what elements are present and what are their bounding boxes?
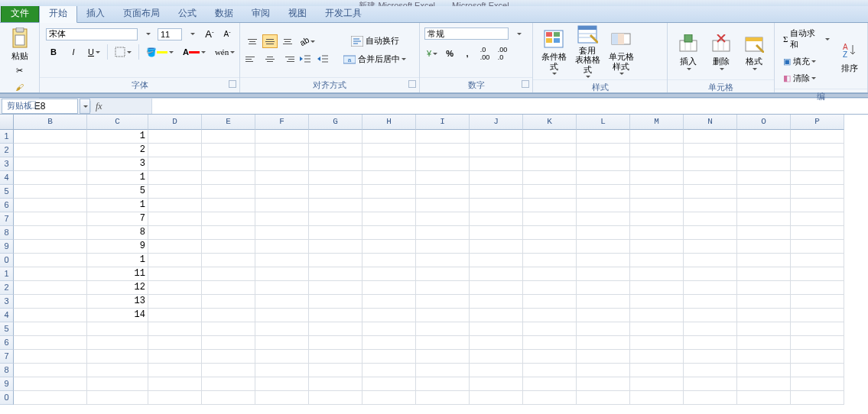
cell[interactable] bbox=[470, 309, 523, 322]
increase-indent-button[interactable] bbox=[315, 51, 330, 66]
row-header[interactable]: 3 bbox=[0, 157, 14, 171]
cell[interactable] bbox=[737, 377, 791, 391]
cell[interactable] bbox=[470, 212, 523, 226]
orientation-button[interactable]: ab bbox=[297, 34, 317, 49]
cell[interactable] bbox=[577, 185, 630, 199]
cell[interactable] bbox=[630, 157, 684, 171]
decrease-indent-button[interactable] bbox=[297, 51, 313, 66]
cell[interactable] bbox=[630, 226, 684, 240]
comma-style-button[interactable]: , bbox=[460, 46, 475, 61]
cell[interactable] bbox=[309, 157, 362, 171]
cell[interactable] bbox=[148, 350, 202, 364]
cell[interactable] bbox=[202, 391, 255, 405]
cell[interactable] bbox=[309, 171, 362, 185]
cell[interactable] bbox=[523, 171, 577, 185]
cell[interactable] bbox=[470, 377, 523, 391]
cell[interactable] bbox=[14, 336, 87, 350]
cell[interactable] bbox=[630, 336, 684, 350]
merge-center-button[interactable]: a 合并后居中 bbox=[338, 51, 411, 67]
cell[interactable] bbox=[202, 309, 255, 322]
cell[interactable] bbox=[309, 226, 362, 240]
tab-data[interactable]: 数据 bbox=[206, 5, 242, 22]
cell[interactable] bbox=[577, 281, 630, 295]
cell[interactable] bbox=[202, 157, 255, 171]
cell[interactable] bbox=[684, 295, 737, 309]
cell[interactable] bbox=[791, 254, 844, 267]
cell[interactable] bbox=[470, 254, 523, 267]
bold-button[interactable]: B bbox=[46, 44, 61, 60]
cell[interactable] bbox=[684, 377, 737, 391]
cell[interactable] bbox=[255, 322, 309, 336]
cell[interactable] bbox=[684, 336, 737, 350]
cell[interactable] bbox=[470, 391, 523, 405]
tab-page-layout[interactable]: 页面布局 bbox=[114, 5, 169, 22]
insert-cells-button[interactable]: 插入 bbox=[672, 26, 704, 76]
column-header[interactable]: G bbox=[309, 115, 362, 130]
align-top-button[interactable] bbox=[245, 34, 260, 48]
row-header[interactable]: 0 bbox=[0, 391, 14, 405]
cell[interactable] bbox=[630, 212, 684, 226]
cell[interactable] bbox=[416, 212, 470, 226]
cell[interactable] bbox=[523, 267, 577, 281]
cell[interactable] bbox=[737, 295, 791, 309]
column-header[interactable]: P bbox=[791, 115, 844, 130]
cell[interactable] bbox=[362, 309, 416, 322]
cell[interactable] bbox=[255, 212, 309, 226]
cell[interactable] bbox=[470, 130, 523, 144]
cell[interactable] bbox=[577, 391, 630, 405]
cell[interactable] bbox=[416, 185, 470, 199]
cell[interactable] bbox=[148, 254, 202, 267]
cell[interactable] bbox=[416, 157, 470, 171]
cell[interactable] bbox=[791, 350, 844, 364]
autosum-button[interactable]: Σ自动求和 bbox=[779, 26, 834, 52]
cell[interactable] bbox=[684, 157, 737, 171]
row-header[interactable]: 5 bbox=[0, 322, 14, 336]
cell[interactable] bbox=[630, 240, 684, 254]
cell[interactable] bbox=[523, 322, 577, 336]
cell[interactable] bbox=[14, 281, 87, 295]
cell[interactable] bbox=[148, 377, 202, 391]
cell[interactable] bbox=[737, 254, 791, 267]
cell[interactable] bbox=[416, 322, 470, 336]
column-header[interactable]: F bbox=[255, 115, 309, 130]
cell[interactable] bbox=[148, 144, 202, 157]
cell[interactable] bbox=[255, 254, 309, 267]
cell[interactable] bbox=[684, 254, 737, 267]
cell[interactable] bbox=[791, 336, 844, 350]
cell[interactable] bbox=[362, 240, 416, 254]
cell[interactable] bbox=[791, 185, 844, 199]
tab-developer[interactable]: 开发工具 bbox=[316, 5, 371, 22]
cell[interactable] bbox=[470, 157, 523, 171]
cell[interactable] bbox=[14, 254, 87, 267]
cell[interactable] bbox=[202, 199, 255, 212]
cell[interactable]: 14 bbox=[87, 309, 148, 322]
cell[interactable] bbox=[470, 281, 523, 295]
cell[interactable] bbox=[791, 226, 844, 240]
cell[interactable] bbox=[470, 267, 523, 281]
cell[interactable] bbox=[255, 350, 309, 364]
cell[interactable] bbox=[148, 130, 202, 144]
cell[interactable] bbox=[523, 391, 577, 405]
font-size-input[interactable] bbox=[158, 28, 182, 40]
align-bottom-button[interactable] bbox=[280, 34, 295, 48]
cell[interactable] bbox=[362, 336, 416, 350]
cell[interactable] bbox=[737, 322, 791, 336]
underline-button[interactable]: U bbox=[86, 44, 102, 60]
row-header[interactable]: 6 bbox=[0, 199, 14, 212]
cell[interactable] bbox=[202, 295, 255, 309]
cell[interactable] bbox=[202, 130, 255, 144]
tab-file[interactable]: 文件 bbox=[1, 4, 39, 22]
cell[interactable] bbox=[255, 295, 309, 309]
cell[interactable] bbox=[470, 295, 523, 309]
cell[interactable] bbox=[148, 226, 202, 240]
tab-home[interactable]: 开始 bbox=[39, 4, 77, 23]
cell[interactable] bbox=[470, 240, 523, 254]
cell[interactable] bbox=[362, 212, 416, 226]
cell[interactable] bbox=[523, 336, 577, 350]
cell[interactable] bbox=[577, 226, 630, 240]
cell[interactable] bbox=[523, 295, 577, 309]
cell[interactable] bbox=[737, 240, 791, 254]
cell[interactable] bbox=[470, 322, 523, 336]
cell[interactable] bbox=[202, 267, 255, 281]
cell[interactable]: 11 bbox=[87, 267, 148, 281]
